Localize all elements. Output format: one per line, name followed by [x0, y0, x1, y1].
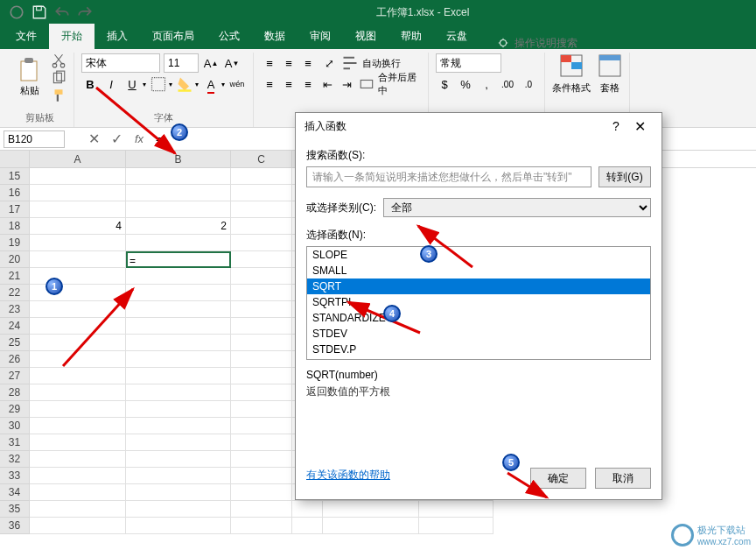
chevron-down-icon[interactable]: ▾ [195, 81, 199, 88]
cell[interactable] [231, 201, 292, 218]
cell[interactable] [126, 451, 231, 468]
cell[interactable] [30, 468, 126, 484]
accept-formula-icon[interactable]: ✓ [107, 130, 126, 149]
cell[interactable] [126, 185, 231, 201]
row-header[interactable]: 33 [0, 468, 30, 484]
cell[interactable] [30, 235, 126, 251]
cell[interactable] [231, 468, 292, 484]
tab-view[interactable]: 视图 [343, 24, 388, 49]
cell[interactable] [231, 384, 292, 401]
help-icon[interactable]: ? [606, 119, 626, 133]
cell[interactable] [126, 468, 231, 484]
cell[interactable]: 2 [126, 218, 231, 235]
decrease-decimal-icon[interactable]: .0 [520, 75, 537, 93]
row-header[interactable]: 15 [0, 168, 30, 185]
function-item[interactable]: SLOPE [307, 247, 650, 263]
tab-data[interactable]: 数据 [252, 24, 298, 49]
cell[interactable] [30, 518, 126, 534]
row-header[interactable]: 16 [0, 185, 30, 201]
font-color-button[interactable]: A [202, 75, 220, 93]
cell[interactable] [126, 368, 231, 384]
cell[interactable] [419, 501, 494, 518]
cell[interactable] [30, 301, 126, 318]
cell[interactable] [323, 518, 419, 534]
row-header[interactable]: 32 [0, 451, 30, 468]
increase-font-icon[interactable]: A▲ [202, 54, 220, 72]
align-right-icon[interactable]: ≡ [299, 75, 317, 93]
cell[interactable] [231, 235, 292, 251]
cell[interactable] [231, 451, 292, 468]
cell[interactable] [231, 185, 292, 201]
border-button[interactable] [150, 75, 167, 93]
search-function-input[interactable] [306, 166, 592, 187]
ok-button[interactable]: 确定 [530, 468, 586, 489]
row-header[interactable]: 31 [0, 434, 30, 451]
cell[interactable] [30, 251, 126, 268]
cell[interactable] [231, 318, 292, 335]
function-item[interactable]: SQRT [307, 279, 650, 294]
cell[interactable] [231, 251, 292, 268]
copy-icon[interactable] [51, 70, 66, 86]
cell[interactable]: = [126, 251, 231, 268]
cell[interactable] [419, 518, 494, 534]
row-header[interactable]: 26 [0, 351, 30, 368]
cut-icon[interactable] [51, 53, 66, 68]
function-help-link[interactable]: 有关该函数的帮助 [306, 468, 390, 489]
cell[interactable] [231, 218, 292, 235]
name-box[interactable] [4, 130, 65, 148]
cell[interactable] [30, 451, 126, 468]
row-header[interactable]: 36 [0, 518, 30, 534]
tab-help[interactable]: 帮助 [388, 24, 434, 49]
close-icon[interactable]: ✕ [626, 118, 653, 135]
cell[interactable] [30, 418, 126, 434]
cell[interactable] [126, 434, 231, 451]
comma-icon[interactable]: , [478, 75, 495, 93]
col-header-B[interactable]: B [126, 151, 231, 167]
row-header[interactable]: 19 [0, 235, 30, 251]
row-header[interactable]: 27 [0, 368, 30, 384]
row-header[interactable]: 30 [0, 418, 30, 434]
row-header[interactable]: 34 [0, 484, 30, 501]
tab-file[interactable]: 文件 [4, 24, 49, 49]
tab-review[interactable]: 审阅 [298, 24, 343, 49]
cell[interactable] [30, 401, 126, 418]
increase-decimal-icon[interactable]: .00 [499, 75, 516, 93]
cell[interactable] [231, 335, 292, 351]
cell[interactable] [30, 201, 126, 218]
table-style-icon[interactable] [598, 53, 622, 78]
row-header[interactable]: 35 [0, 501, 30, 518]
cell[interactable] [30, 384, 126, 401]
autosave-icon[interactable] [9, 4, 24, 20]
cell[interactable] [30, 484, 126, 501]
row-header[interactable]: 18 [0, 218, 30, 235]
cell[interactable] [126, 518, 231, 534]
cell[interactable] [231, 168, 292, 185]
tab-layout[interactable]: 页面布局 [140, 24, 206, 49]
tab-cloud[interactable]: 云盘 [434, 24, 480, 49]
cell[interactable] [30, 434, 126, 451]
italic-button[interactable]: I [102, 75, 120, 93]
cell[interactable] [30, 368, 126, 384]
save-icon[interactable] [32, 4, 47, 20]
dialog-titlebar[interactable]: 插入函数 ? ✕ [296, 113, 662, 139]
cell[interactable] [126, 201, 231, 218]
row-header[interactable]: 28 [0, 384, 30, 401]
decrease-indent-icon[interactable]: ⇤ [320, 75, 336, 93]
cell[interactable] [231, 301, 292, 318]
chevron-down-icon[interactable]: ▾ [169, 81, 172, 88]
cell[interactable] [126, 235, 231, 251]
redo-icon[interactable] [77, 4, 93, 20]
cell[interactable] [231, 401, 292, 418]
row-header[interactable]: 25 [0, 335, 30, 351]
cell[interactable] [126, 401, 231, 418]
cell[interactable] [30, 318, 126, 335]
cell[interactable] [126, 501, 231, 518]
function-item[interactable]: SQRTPI [307, 294, 650, 310]
function-item[interactable]: STANDARDIZE [307, 310, 650, 326]
chevron-down-icon[interactable]: ▾ [221, 81, 225, 88]
cell[interactable] [126, 285, 231, 301]
row-header[interactable]: 20 [0, 251, 30, 268]
row-header[interactable]: 22 [0, 285, 30, 301]
cell[interactable] [126, 484, 231, 501]
merge-icon[interactable] [359, 75, 374, 93]
